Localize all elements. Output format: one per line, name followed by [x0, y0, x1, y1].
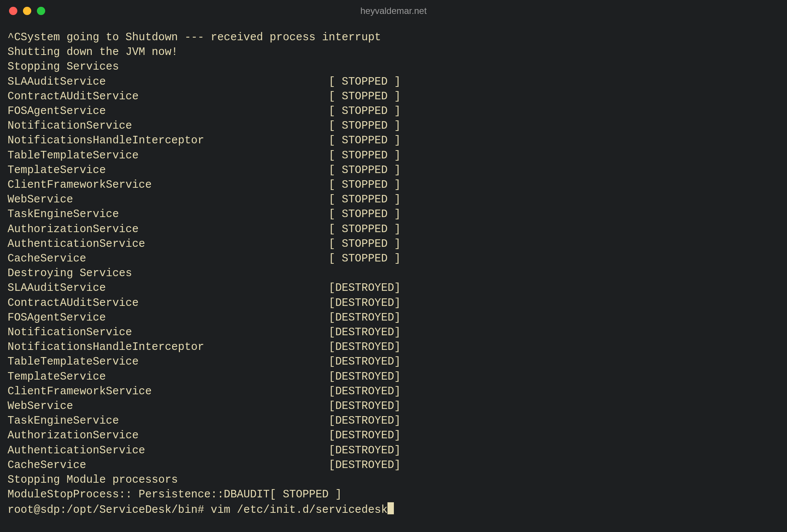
service-destroyed-line: ContractAUditService [DESTROYED] — [8, 296, 779, 310]
output-line-header-2: Stopping Services — [8, 59, 779, 74]
minimize-icon[interactable] — [23, 7, 31, 15]
service-destroyed-line: ClientFrameworkService [DESTROYED] — [8, 384, 779, 399]
output-line-header-1: Shutting down the JVM now! — [8, 45, 779, 59]
command-input[interactable]: vim /etc/init.d/servicedesk — [211, 504, 388, 516]
service-stopped-line: AuthenticationService [ STOPPED ] — [8, 237, 779, 251]
service-destroyed-line: TaskEngineService [DESTROYED] — [8, 413, 779, 428]
service-stopped-line: TemplateService [ STOPPED ] — [8, 163, 779, 178]
service-destroyed-line: TemplateService [DESTROYED] — [8, 369, 779, 384]
service-destroyed-line: NotificationService [DESTROYED] — [8, 325, 779, 340]
service-destroyed-line: AuthenticationService [DESTROYED] — [8, 443, 779, 458]
cursor-icon — [387, 502, 394, 514]
shell-prompt: root@sdp:/opt/ServiceDesk/bin# — [8, 504, 211, 516]
service-stopped-line: SLAAuditService [ STOPPED ] — [8, 74, 779, 89]
terminal-output[interactable]: ^CSystem going to Shutdown --- received … — [0, 22, 787, 517]
service-destroyed-line: SLAAuditService [DESTROYED] — [8, 281, 779, 295]
service-stopped-line: CacheService [ STOPPED ] — [8, 251, 779, 266]
service-destroyed-line: TableTemplateService [DESTROYED] — [8, 354, 779, 369]
service-stopped-line: TableTemplateService [ STOPPED ] — [8, 148, 779, 163]
service-stopped-line: NotificationsHandleInterceptor [ STOPPED… — [8, 133, 779, 148]
service-stopped-line: AuthorizationService [ STOPPED ] — [8, 222, 779, 237]
terminal-window: heyvaldemar.net ^CSystem going to Shutdo… — [0, 0, 787, 532]
output-line-destroy-header: Destroying Services — [8, 266, 779, 281]
service-stopped-line: TaskEngineService [ STOPPED ] — [8, 207, 779, 222]
service-destroyed-line: FOSAgentService [DESTROYED] — [8, 310, 779, 325]
service-destroyed-line: WebService [DESTROYED] — [8, 399, 779, 413]
window-title: heyvaldemar.net — [0, 6, 787, 16]
service-stopped-line: FOSAgentService [ STOPPED ] — [8, 104, 779, 119]
titlebar: heyvaldemar.net — [0, 0, 787, 22]
traffic-lights — [9, 7, 45, 15]
service-destroyed-line: NotificationsHandleInterceptor [DESTROYE… — [8, 340, 779, 354]
service-stopped-line: WebService [ STOPPED ] — [8, 192, 779, 207]
zoom-icon[interactable] — [37, 7, 45, 15]
output-line-header-0: ^CSystem going to Shutdown --- received … — [8, 30, 779, 45]
service-destroyed-line: CacheService [DESTROYED] — [8, 458, 779, 473]
prompt-line[interactable]: root@sdp:/opt/ServiceDesk/bin# vim /etc/… — [8, 502, 779, 517]
module-stop-line: ModuleStopProcess:: Persistence::DBAUDIT… — [8, 487, 779, 502]
output-line-footer-0: Stopping Module processors — [8, 473, 779, 487]
service-stopped-line: ClientFrameworkService [ STOPPED ] — [8, 178, 779, 192]
service-stopped-line: ContractAUditService [ STOPPED ] — [8, 89, 779, 104]
service-destroyed-line: AuthorizationService [DESTROYED] — [8, 428, 779, 443]
close-icon[interactable] — [9, 7, 17, 15]
service-stopped-line: NotificationService [ STOPPED ] — [8, 119, 779, 133]
